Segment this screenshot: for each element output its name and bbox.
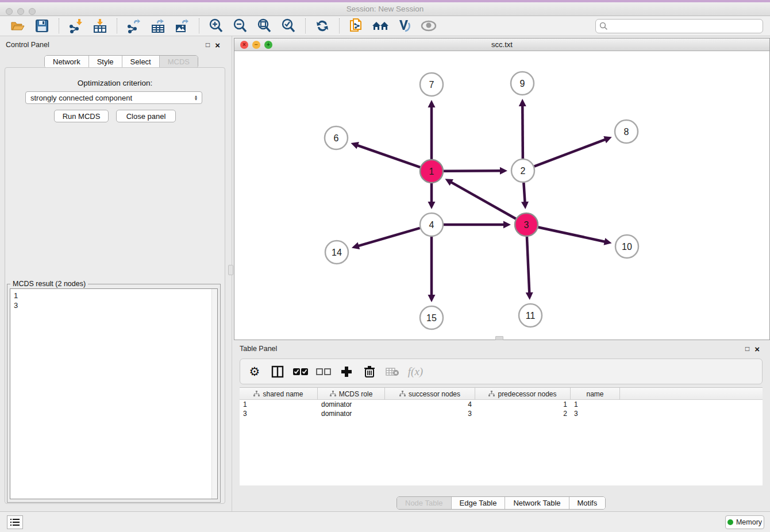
network-window-title: scc.txt xyxy=(491,40,513,49)
column-type-icon xyxy=(253,391,260,397)
arrowhead-icon xyxy=(503,221,511,229)
arrowhead-icon xyxy=(521,202,529,209)
graph-edge-1-2[interactable] xyxy=(444,171,501,171)
column-header-name[interactable]: name xyxy=(571,388,620,400)
first-neighbors-icon[interactable] xyxy=(372,18,389,34)
graph-edge-2-3[interactable] xyxy=(523,183,525,203)
run-mcds-button[interactable]: Run MCDS xyxy=(54,110,109,122)
graph-node-label: 6 xyxy=(334,133,339,143)
window-title: Session: New Session xyxy=(346,5,424,13)
zoom-fit-icon[interactable] xyxy=(256,18,273,34)
table-row[interactable]: 1dominator411 xyxy=(240,400,763,409)
save-session-icon[interactable] xyxy=(33,18,51,34)
table-cell: 3 xyxy=(571,410,620,418)
graph-edge-2-8[interactable] xyxy=(534,139,606,166)
zoom-in-icon[interactable] xyxy=(207,18,225,34)
clone-network-icon[interactable] xyxy=(348,18,365,34)
export-image-icon[interactable] xyxy=(174,18,191,34)
mcds-result-textarea[interactable]: 13 xyxy=(10,288,218,499)
close-panel-icon[interactable]: × xyxy=(215,42,220,48)
close-window-button[interactable] xyxy=(6,8,13,15)
float-panel-icon[interactable]: □ xyxy=(206,41,210,49)
network-canvas[interactable]: 7968124314101511 xyxy=(234,51,769,340)
export-network-icon[interactable] xyxy=(125,18,143,34)
splitter-grip[interactable] xyxy=(228,265,233,275)
minimize-window-button[interactable] xyxy=(17,8,24,15)
column-header-predecessor-nodes[interactable]: predecessor nodes xyxy=(475,388,571,400)
add-column-icon[interactable] xyxy=(339,364,354,379)
column-pane-icon[interactable] xyxy=(270,364,285,379)
network-window-titlebar[interactable]: scc.txt xyxy=(234,38,769,51)
arrowhead-icon xyxy=(604,238,612,245)
table-cell: dominator xyxy=(318,410,385,418)
search-input[interactable] xyxy=(608,22,759,30)
tab-network-table[interactable]: Network Table xyxy=(505,497,569,509)
search-field[interactable] xyxy=(595,19,763,33)
selected-criterion: strongly connected component xyxy=(30,94,132,102)
import-table-icon[interactable] xyxy=(91,18,109,34)
table-cell: 3 xyxy=(240,410,318,418)
close-panel-button[interactable]: Close panel xyxy=(116,110,176,122)
chevron-up-down-icon: ▴▾ xyxy=(195,95,197,101)
table-cell: 3 xyxy=(385,410,475,418)
column-header-shared-name[interactable]: shared name xyxy=(240,388,318,400)
table-row[interactable]: 3dominator323 xyxy=(240,409,763,418)
graph-edge-3-11[interactable] xyxy=(527,237,529,294)
memory-button[interactable]: Memory xyxy=(725,515,764,529)
zoom-view-button[interactable]: + xyxy=(264,41,272,49)
titlebar[interactable]: Session: New Session xyxy=(0,2,770,16)
select-all-icon[interactable] xyxy=(293,364,308,379)
tab-edge-table[interactable]: Edge Table xyxy=(452,497,506,509)
zoom-window-button[interactable] xyxy=(29,8,36,15)
column-header-MCDS-role[interactable]: MCDS role xyxy=(318,388,385,400)
delete-column-icon[interactable] xyxy=(362,364,377,379)
close-view-button[interactable]: × xyxy=(240,41,248,49)
show-hide-details-icon[interactable] xyxy=(420,18,437,34)
control-panel-title: Control Panel xyxy=(6,41,49,49)
graph-edge-1-6[interactable] xyxy=(357,145,420,168)
deselect-all-icon[interactable] xyxy=(316,364,331,379)
table-header-row: shared nameMCDS rolesuccessor nodesprede… xyxy=(240,388,763,400)
graphics-details-icon[interactable] xyxy=(396,18,413,34)
close-panel-icon[interactable]: × xyxy=(754,346,760,352)
tab-mcds[interactable]: MCDS xyxy=(160,56,198,68)
graph-node-label: 15 xyxy=(426,313,437,323)
destroy-table-icon[interactable] xyxy=(385,364,400,379)
graph-edge-3-10[interactable] xyxy=(538,227,606,241)
tab-motifs[interactable]: Motifs xyxy=(569,497,606,509)
table-cell: 1 xyxy=(475,400,571,408)
zoom-out-icon[interactable] xyxy=(232,18,249,34)
minimize-view-button[interactable]: − xyxy=(252,41,260,49)
tab-network[interactable]: Network xyxy=(45,56,89,68)
tab-node-table[interactable]: Node Table xyxy=(397,497,452,509)
node-table: shared nameMCDS rolesuccessor nodesprede… xyxy=(240,387,763,485)
function-builder-icon[interactable]: f(x) xyxy=(408,364,423,379)
table-body: 1dominator4113dominator323 xyxy=(240,400,763,418)
float-panel-icon[interactable]: □ xyxy=(745,345,749,353)
canvas-collapse-grip[interactable] xyxy=(495,336,503,340)
graph-edge-4-14[interactable] xyxy=(357,228,419,246)
table-panel-tabs: Node TableEdge TableNetwork TableMotifs xyxy=(396,496,606,510)
arrowhead-icon xyxy=(526,292,533,300)
tab-style[interactable]: Style xyxy=(89,56,122,68)
graph-node-label: 2 xyxy=(521,166,526,176)
toolbar-separator xyxy=(339,18,340,33)
import-network-icon[interactable] xyxy=(67,18,84,34)
refresh-layout-icon[interactable] xyxy=(314,18,331,34)
graph-edge-3-1[interactable] xyxy=(451,182,516,219)
result-scrollbar[interactable] xyxy=(211,289,217,499)
zoom-selected-icon[interactable] xyxy=(280,18,297,34)
open-session-icon[interactable] xyxy=(9,18,26,34)
column-header-successor-nodes[interactable]: successor nodes xyxy=(385,388,475,400)
network-view-window: scc.txt 7968124314101511 ×−+ xyxy=(234,38,770,340)
optimization-criterion-select[interactable]: strongly connected component ▴▾ xyxy=(25,91,202,104)
graph-edge-2-9[interactable] xyxy=(522,105,523,159)
arrowhead-icon xyxy=(352,242,360,249)
task-history-button[interactable] xyxy=(7,515,23,529)
tab-select[interactable]: Select xyxy=(122,56,160,68)
export-table-icon[interactable] xyxy=(149,18,167,34)
window-traffic-lights[interactable] xyxy=(6,8,36,15)
gear-icon[interactable]: ⚙ xyxy=(247,364,262,379)
status-bar xyxy=(0,511,770,532)
arrowhead-icon xyxy=(428,295,436,302)
